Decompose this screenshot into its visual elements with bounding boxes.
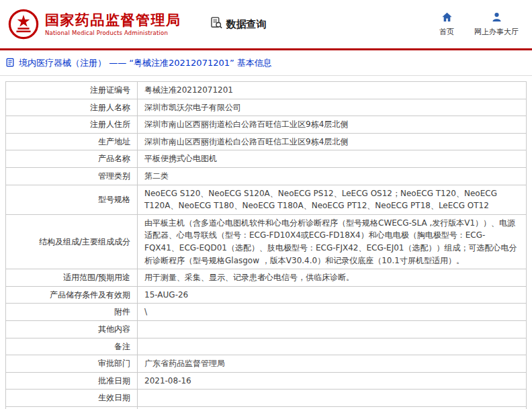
field-label: 结构及组成/主要组成成分 xyxy=(6,214,138,269)
table-row: 产品名称平板便携式心电图机 xyxy=(6,150,527,168)
table-row: 注册人名称深圳市凯沃尔电子有限公司 xyxy=(6,99,527,116)
table-row: 其他内容 xyxy=(6,320,527,338)
nav-home-label: 首页 xyxy=(439,27,454,37)
table-row: 管理类别第二类 xyxy=(6,167,527,185)
field-value: 第二类 xyxy=(138,167,527,185)
breadcrumb: 境内医疗器械（注册） —— “粤械注准20212071201” 基本信息 xyxy=(0,50,532,76)
user-icon xyxy=(491,11,502,25)
field-value: 15-AUG-26 xyxy=(138,286,527,304)
field-label: 生产地址 xyxy=(6,133,138,150)
table-row: 审批部门广东省药品监督管理局 xyxy=(6,355,527,373)
table-row: 生产地址深圳市南山区西丽街道松白公路百旺信工业区9栋4层北侧 xyxy=(6,133,527,150)
field-value: 广东省药品监督管理局 xyxy=(138,355,527,373)
field-label: 审批部门 xyxy=(6,355,138,373)
field-label: 备注 xyxy=(6,338,138,355)
field-value: 深圳市凯沃尔电子有限公司 xyxy=(138,99,527,116)
nav-home[interactable]: 首页 xyxy=(439,11,454,37)
field-label: 有效期至 xyxy=(6,406,138,409)
field-value: 用于测量、采集、显示、记录患者心电信号，供临床诊断。 xyxy=(138,269,527,287)
field-label: 其他内容 xyxy=(6,320,138,338)
field-label: 注册人住所 xyxy=(6,116,138,134)
field-value: NeoECG S120、NeoECG S120A、NeoECG PS12、LeE… xyxy=(138,185,527,214)
field-value: 2026-08-15 xyxy=(138,406,527,409)
field-label: 附件 xyxy=(6,304,138,321)
table-row: 注册证编号粤械注准20212071201 xyxy=(6,82,527,99)
field-label: 生效日期 xyxy=(6,390,138,407)
table-row: 型号规格NeoECG S120、NeoECG S120A、NeoECG PS12… xyxy=(6,185,527,214)
data-query-label: 数据查询 xyxy=(226,18,267,31)
page: 国家药品监督管理局 National Medical Products Admi… xyxy=(0,0,532,409)
field-value xyxy=(138,338,527,355)
field-value: 2021-08-16 xyxy=(138,372,527,390)
field-label: 型号规格 xyxy=(6,185,138,214)
field-value: 粤械注准20212071201 xyxy=(138,82,527,99)
site-header: 国家药品监督管理局 National Medical Products Admi… xyxy=(0,0,532,48)
table-row: 附件\ xyxy=(6,304,527,321)
org-name-en: National Medical Products Administration xyxy=(45,30,181,36)
table-row: 生效日期 xyxy=(6,390,527,407)
table-row: 备注 xyxy=(6,338,527,355)
table-row: 注册人住所深圳市南山区西丽街道松白公路百旺信工业区9栋4层北侧 xyxy=(6,116,527,134)
home-icon xyxy=(441,11,453,25)
field-value: 由平板主机（含多道心电图机软件和心电分析诊断程序（型号规格CWECG-SLA ,… xyxy=(138,214,527,269)
field-value: 平板便携式心电图机 xyxy=(138,150,527,168)
detail-table-wrap: 注册证编号粤械注准20212071201 注册人名称深圳市凯沃尔电子有限公司 注… xyxy=(0,76,532,409)
field-label: 批准日期 xyxy=(6,372,138,390)
table-row: 适用范围/预期用途用于测量、采集、显示、记录患者心电信号，供临床诊断。 xyxy=(6,269,527,287)
table-row: 结构及组成/主要组成成分由平板主机（含多道心电图机软件和心电分析诊断程序（型号规… xyxy=(6,214,527,269)
table-row: 批准日期2021-08-16 xyxy=(6,372,527,390)
field-label: 注册人名称 xyxy=(6,99,138,116)
top-nav: 首页 网上办事大厅 xyxy=(439,11,523,37)
document-icon xyxy=(5,58,15,69)
field-label: 产品名称 xyxy=(6,150,138,168)
org-names: 国家药品监督管理局 National Medical Products Admi… xyxy=(45,12,181,36)
field-label: 管理类别 xyxy=(6,167,138,185)
org-name-cn: 国家药品监督管理局 xyxy=(45,12,181,28)
field-value xyxy=(138,390,527,407)
national-emblem-logo xyxy=(8,9,39,40)
table-row: 产品储存条件及有效期15-AUG-26 xyxy=(6,286,527,304)
nav-service-hall[interactable]: 网上办事大厅 xyxy=(474,11,519,37)
field-value: \ xyxy=(138,304,527,321)
field-label: 产品储存条件及有效期 xyxy=(6,286,138,304)
field-value xyxy=(138,320,527,338)
page-title: 境内医疗器械（注册） —— “粤械注准20212071201” 基本信息 xyxy=(19,57,272,69)
field-value: 深圳市南山区西丽街道松白公路百旺信工业区9栋4层北侧 xyxy=(138,133,527,150)
field-label: 注册证编号 xyxy=(6,82,138,99)
data-query-icon xyxy=(210,16,223,32)
nav-service-hall-label: 网上办事大厅 xyxy=(474,27,519,37)
field-label: 适用范围/预期用途 xyxy=(6,269,138,287)
data-query-nav[interactable]: 数据查询 xyxy=(210,16,267,32)
registration-detail-table: 注册证编号粤械注准20212071201 注册人名称深圳市凯沃尔电子有限公司 注… xyxy=(5,81,527,409)
field-value: 深圳市南山区西丽街道松白公路百旺信工业区9栋4层北侧 xyxy=(138,116,527,134)
table-row: 有效期至2026-08-15 xyxy=(6,406,527,409)
